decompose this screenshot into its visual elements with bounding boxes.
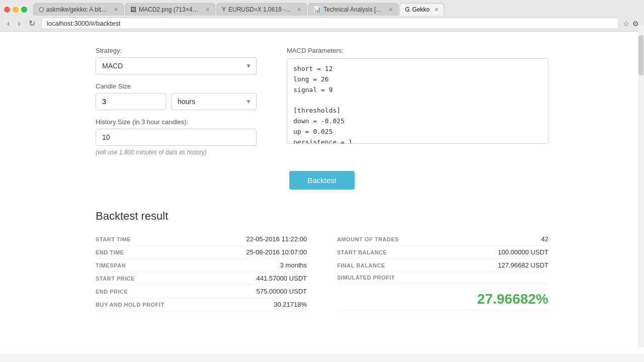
result-row-start-time: START TIME 22-05-2016 11:22:00	[96, 233, 307, 246]
results-section: Backtest result START TIME 22-05-2016 11…	[96, 210, 548, 311]
result-key-timespan: TIMESPAN	[96, 262, 126, 268]
result-key-amount-trades: AMOUNT OF TRADES	[337, 236, 399, 242]
results-title: Backtest result	[96, 210, 548, 223]
results-left-col: START TIME 22-05-2016 11:22:00 END TIME …	[96, 233, 307, 311]
scrollbar-thumb[interactable]	[638, 35, 643, 75]
result-val-start-time: 22-05-2016 11:22:00	[246, 235, 307, 243]
tab-icon-gekko: G	[405, 6, 410, 13]
result-val-start-price: 441.57000 USDT	[257, 275, 307, 282]
strategy-select-wrapper: MACD RSI BOLLINGER ▼	[96, 57, 257, 74]
results-right-col: AMOUNT OF TRADES 42 START BALANCE 100.00…	[307, 233, 548, 311]
result-val-final-balance: 127.96682 USDT	[498, 261, 548, 269]
tab-icon-github: ⬡	[39, 6, 44, 13]
tab-label-eurusd: EURUSD=X 1.0619 -0.0014	[228, 6, 292, 13]
result-val-timespan: 3 months	[280, 261, 307, 269]
tab-label-macd: MACD2.png (713×446)	[139, 6, 201, 13]
strategy-label: Strategy:	[96, 47, 257, 54]
candle-size-input[interactable]	[96, 93, 166, 110]
result-val-end-price: 575.00000 USDT	[257, 288, 307, 295]
tab-close-eurusd[interactable]: ✕	[297, 7, 301, 13]
result-row-buy-hold-profit: BUY AND HOLD PROFIT 30.21718%	[96, 298, 307, 311]
window-minimize[interactable]	[13, 7, 19, 13]
right-panel: MACD Parameters: short = 12 long = 26 si…	[287, 47, 548, 156]
back-button[interactable]: ‹	[5, 18, 12, 29]
candle-unit-wrapper: minutes hours days ▼	[171, 93, 257, 110]
tab-ta[interactable]: 📊 Technical Analysis [ChartScho... ✕	[308, 3, 398, 16]
result-val-amount-trades: 42	[541, 235, 548, 243]
window-close[interactable]	[4, 7, 10, 13]
result-val-buy-hold-profit: 30.21718%	[274, 301, 307, 308]
params-label: MACD Parameters:	[287, 47, 548, 54]
window-fullscreen[interactable]	[21, 7, 27, 13]
result-key-end-time: END TIME	[96, 249, 124, 255]
result-row-simulated-profit: SIMULATED PROFIT	[337, 272, 548, 284]
result-val-end-time: 25-08-2016 10:07:00	[246, 248, 307, 256]
result-row-end-time: END TIME 25-08-2016 10:07:00	[96, 246, 307, 259]
scrollbar-track[interactable]	[638, 25, 644, 347]
result-row-profit-value: 27.96682%	[337, 289, 548, 310]
candle-unit-select[interactable]: minutes hours days	[171, 93, 257, 110]
left-panel: Strategy: MACD RSI BOLLINGER ▼ Candle Si…	[96, 47, 257, 156]
result-key-start-price: START PRICE	[96, 276, 135, 282]
result-row-start-price: START PRICE 441.57000 USDT	[96, 272, 307, 285]
tab-icon-macd: 🖼	[130, 6, 136, 13]
result-key-end-price: END PRICE	[96, 289, 128, 295]
tab-icon-ta: 📊	[313, 6, 321, 13]
result-key-buy-hold-profit: BUY AND HOLD PROFIT	[96, 302, 165, 308]
result-row-timespan: TIMESPAN 3 months	[96, 259, 307, 272]
backtest-button-row: Backtest	[96, 171, 548, 190]
page-content: Strategy: MACD RSI BOLLINGER ▼ Candle Si…	[0, 32, 644, 353]
tab-close-github[interactable]: ✕	[114, 7, 118, 13]
tab-icon-eurusd: Y	[222, 6, 226, 13]
tab-close-gekko[interactable]: ✕	[434, 7, 439, 13]
result-row-end-price: END PRICE 575.00000 USDT	[96, 285, 307, 298]
tab-github[interactable]: ⬡ askmike/gekko: A bitcoin trad... ✕	[33, 3, 124, 16]
backtest-button[interactable]: Backtest	[289, 171, 355, 190]
result-val-simulated-profit: 27.96682%	[477, 291, 548, 307]
tab-close-ta[interactable]: ✕	[388, 7, 393, 13]
result-row-final-balance: FINAL BALANCE 127.96682 USDT	[337, 259, 548, 272]
tab-label-ta: Technical Analysis [ChartScho...	[324, 6, 384, 13]
candle-size-row: minutes hours days ▼	[96, 93, 257, 110]
result-row-start-balance: START BALANCE 100.00000 USDT	[337, 246, 548, 259]
history-label: History Size (in 3 hour candles):	[96, 118, 257, 126]
bookmark-icon: ☆	[623, 20, 629, 28]
strategy-section: Strategy: MACD RSI BOLLINGER ▼ Candle Si…	[96, 47, 548, 156]
results-grid: START TIME 22-05-2016 11:22:00 END TIME …	[96, 233, 548, 311]
history-section: History Size (in 3 hour candles): (will …	[96, 118, 257, 156]
tab-label-github: askmike/gekko: A bitcoin trad...	[46, 6, 109, 13]
forward-button[interactable]: ›	[16, 18, 22, 29]
result-key-start-time: START TIME	[96, 236, 131, 242]
result-row-amount-trades: AMOUNT OF TRADES 42	[337, 233, 548, 246]
tab-eurusd[interactable]: Y EURUSD=X 1.0619 -0.0014 ✕	[216, 3, 307, 16]
result-key-start-balance: START BALANCE	[337, 249, 387, 255]
address-input[interactable]: localhost:3000/#/backtest	[41, 18, 619, 29]
tab-close-macd[interactable]: ✕	[205, 7, 210, 13]
refresh-button[interactable]: ↻	[27, 18, 37, 29]
history-note: (will use 1,800 minutes of data as histo…	[96, 149, 257, 156]
macd-params-textarea[interactable]: short = 12 long = 26 signal = 9 [thresho…	[287, 58, 548, 144]
tab-macd[interactable]: 🖼 MACD2.png (713×446) ✕	[125, 3, 215, 16]
strategy-select[interactable]: MACD RSI BOLLINGER	[96, 57, 257, 74]
candle-size-label: Candle Size	[96, 82, 257, 90]
result-key-final-balance: FINAL BALANCE	[337, 262, 385, 268]
result-val-start-balance: 100.00000 USDT	[498, 248, 548, 256]
tab-gekko[interactable]: G Gekko ✕	[399, 3, 444, 16]
result-key-simulated-profit: SIMULATED PROFIT	[337, 275, 395, 281]
history-size-input[interactable]	[96, 129, 257, 146]
tab-label-gekko: Gekko	[412, 6, 430, 13]
